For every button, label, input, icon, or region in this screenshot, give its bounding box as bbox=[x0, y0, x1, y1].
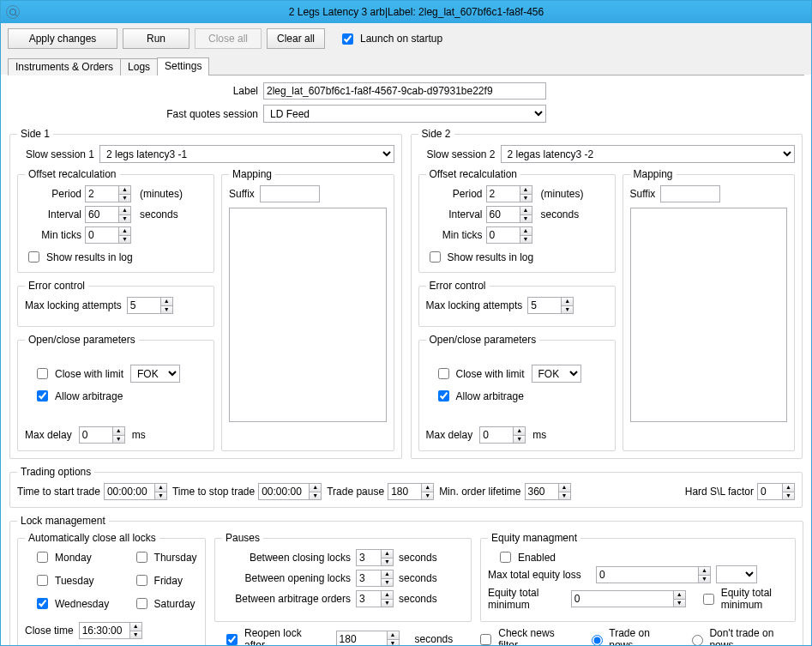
reopen-lock-after[interactable]: Reopen lock after bbox=[223, 627, 321, 645]
tabs: Instruments & Orders Logs Settings bbox=[1, 54, 811, 75]
toolbar: Apply changes Run Close all Clear all La… bbox=[1, 23, 811, 54]
day-wednesday[interactable]: Wednesday bbox=[33, 595, 111, 612]
side2-group: Side 2 Slow session 2 2 legas latency3 -… bbox=[411, 128, 803, 459]
side1-close-with-limit[interactable]: Close with limit bbox=[33, 365, 123, 382]
side2-period-spin[interactable]: ▲▼ bbox=[486, 185, 527, 202]
run-button[interactable]: Run bbox=[123, 28, 189, 49]
side2-allow-arb[interactable]: Allow arbitrage bbox=[435, 388, 608, 404]
auto-close-locks: Automatically close all locks Monday Thu… bbox=[17, 532, 206, 645]
tab-instruments-orders[interactable]: Instruments & Orders bbox=[8, 58, 121, 75]
settings-panel: Label Fast quotes session LD Feed Side 1… bbox=[1, 75, 811, 645]
label-label: Label bbox=[207, 85, 258, 97]
launch-on-startup-checkbox[interactable]: Launch on startup bbox=[339, 31, 442, 47]
time-stop-spin[interactable]: ▲▼ bbox=[258, 483, 322, 500]
time-start-spin[interactable]: ▲▼ bbox=[104, 483, 167, 500]
svg-point-0 bbox=[10, 9, 16, 15]
side2-interval-spin[interactable]: ▲▼ bbox=[486, 206, 527, 223]
side1-period-spin[interactable]: ▲▼ bbox=[85, 185, 126, 202]
dont-trade-on-news-radio[interactable]: Don't trade on news bbox=[688, 627, 795, 645]
eq-enabled[interactable]: Enabled bbox=[496, 549, 556, 565]
fast-quotes-label: Fast quotes session bbox=[155, 108, 258, 120]
eq-max-unit[interactable] bbox=[716, 565, 757, 583]
side1-maxlock-spin[interactable]: ▲▼ bbox=[127, 297, 173, 314]
side2-maxdelay-spin[interactable]: ▲▼ bbox=[479, 426, 526, 444]
slow-session1-label: Slow session 1 bbox=[17, 148, 94, 160]
side2-error-control: Error control Max locking attempts ▲▼ bbox=[418, 280, 616, 327]
side2-minticks-spin[interactable]: ▲▼ bbox=[486, 226, 527, 244]
day-friday[interactable]: Friday bbox=[133, 572, 198, 589]
side2-mapping-list[interactable] bbox=[630, 208, 788, 422]
window-title: 2 Legs Latency 3 arb|Label: 2leg_lat_607… bbox=[27, 6, 806, 18]
bcl-spin[interactable]: ▲▼ bbox=[356, 549, 394, 566]
side2-open-close: Open/close parameters Close with limit F… bbox=[418, 334, 616, 451]
bao-spin[interactable]: ▲▼ bbox=[356, 590, 394, 607]
side1-show-results[interactable]: Show results in log bbox=[25, 249, 133, 265]
hard-sl-spin[interactable]: ▲▼ bbox=[757, 483, 795, 500]
side1-allow-arb[interactable]: Allow arbitrage bbox=[33, 388, 207, 404]
trade-pause-spin[interactable]: ▲▼ bbox=[388, 483, 434, 500]
side2-maxlock-spin[interactable]: ▲▼ bbox=[527, 297, 574, 314]
check-news-filter[interactable]: Check news filter bbox=[477, 627, 572, 645]
side2-suffix-input[interactable] bbox=[660, 185, 720, 202]
side1-minticks-spin[interactable]: ▲▼ bbox=[85, 226, 126, 244]
launch-on-startup-input[interactable] bbox=[342, 33, 353, 45]
min-lifetime-spin[interactable]: ▲▼ bbox=[525, 483, 571, 500]
side1-legend: Side 1 bbox=[17, 128, 53, 140]
side1-open-close: Open/close parameters Close with limit F… bbox=[17, 334, 214, 451]
lock-management: Lock management Automatically close all … bbox=[9, 515, 803, 645]
side2-clw-mode[interactable]: FOK bbox=[532, 365, 581, 383]
titlebar: 2 Legs Latency 3 arb|Label: 2leg_lat_607… bbox=[1, 1, 811, 23]
equity-management: Equity managment Enabled Max total equit… bbox=[480, 532, 796, 622]
apply-changes-button[interactable]: Apply changes bbox=[8, 28, 117, 49]
day-monday[interactable]: Monday bbox=[33, 549, 111, 565]
trade-on-news-radio[interactable]: Trade on news bbox=[587, 627, 672, 645]
tab-logs[interactable]: Logs bbox=[120, 58, 158, 75]
reopen-spin[interactable]: ▲▼ bbox=[336, 631, 400, 645]
side2-offset-recalc: Offset recalculation Period ▲▼ (minutes)… bbox=[418, 168, 616, 273]
app-window: 2 Legs Latency 3 arb|Label: 2leg_lat_607… bbox=[0, 0, 812, 646]
side1-mapping: Mapping Suffix bbox=[221, 168, 394, 451]
chevron-down-icon: ▼ bbox=[118, 194, 131, 202]
eq-min-spin[interactable]: ▲▼ bbox=[571, 590, 686, 607]
day-thursday[interactable]: Thursday bbox=[133, 549, 198, 565]
day-tuesday[interactable]: Tuesday bbox=[33, 572, 111, 589]
side1-suffix-input[interactable] bbox=[260, 185, 320, 202]
close-all-button: Close all bbox=[195, 28, 262, 49]
side2-show-results[interactable]: Show results in log bbox=[426, 249, 534, 265]
side1-clw-mode[interactable]: FOK bbox=[130, 365, 180, 383]
pauses-group: Pauses Between closing locks▲▼seconds Be… bbox=[214, 532, 472, 622]
eq-max-spin[interactable]: ▲▼ bbox=[596, 566, 711, 583]
slow-session2-label: Slow session 2 bbox=[418, 148, 496, 160]
svg-line-1 bbox=[15, 15, 18, 17]
bol-spin[interactable]: ▲▼ bbox=[356, 570, 394, 587]
tab-settings[interactable]: Settings bbox=[157, 57, 209, 75]
app-icon bbox=[6, 5, 20, 19]
slow-session2-select[interactable]: 2 legas latency3 -2 bbox=[501, 145, 796, 163]
side1-error-control: Error control Max locking attempts ▲▼ bbox=[17, 280, 214, 327]
close-time-spin[interactable]: ▲▼ bbox=[79, 622, 142, 639]
chevron-up-icon: ▲ bbox=[118, 185, 131, 194]
day-saturday[interactable]: Saturday bbox=[133, 595, 198, 612]
fast-quotes-select[interactable]: LD Feed bbox=[263, 105, 546, 123]
side1-mapping-list[interactable] bbox=[229, 208, 387, 422]
side1-interval-spin[interactable]: ▲▼ bbox=[85, 206, 126, 223]
side1-offset-recalc: Offset recalculation Period ▲▼ (minutes)… bbox=[17, 168, 214, 273]
side1-maxdelay-spin[interactable]: ▲▼ bbox=[79, 426, 125, 444]
label-input[interactable] bbox=[263, 82, 546, 100]
trading-options: Trading options Time to start trade ▲▼ T… bbox=[9, 466, 803, 508]
clear-all-button[interactable]: Clear all bbox=[267, 28, 325, 49]
slow-session1-select[interactable]: 2 legs latency3 -1 bbox=[99, 145, 394, 163]
side1-group: Side 1 Slow session 1 2 legs latency3 -1… bbox=[9, 128, 402, 459]
eq-min-chk[interactable]: Equity total minimum bbox=[700, 587, 788, 611]
side2-legend: Side 2 bbox=[418, 128, 454, 140]
side2-mapping: Mapping Suffix bbox=[623, 168, 796, 451]
side2-close-with-limit[interactable]: Close with limit bbox=[435, 365, 525, 382]
